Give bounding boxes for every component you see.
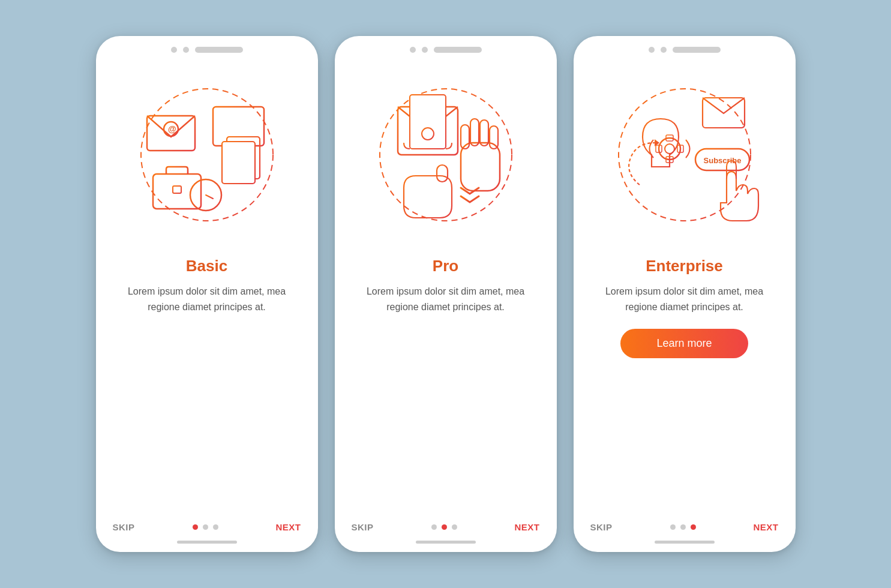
- basic-title: Basic: [186, 257, 227, 275]
- svg-line-24: [206, 195, 213, 199]
- basic-content: Basic Lorem ipsum dolor sit dim amet, me…: [96, 257, 318, 522]
- enterprise-title: Enterprise: [646, 257, 723, 275]
- phone-top-bar-pro: [335, 36, 557, 53]
- dot-2: [203, 524, 208, 530]
- basic-home-bar: [177, 541, 237, 544]
- phone-circle-4: [422, 47, 428, 53]
- dot-1: [431, 524, 437, 530]
- pro-content: Pro Lorem ipsum dolor sit dim amet, mea …: [335, 257, 557, 522]
- basic-next[interactable]: NEXT: [275, 522, 301, 532]
- dot-2-active: [442, 524, 447, 530]
- phone-top-bar-basic: [96, 36, 318, 53]
- basic-nav: SKIP NEXT: [96, 522, 318, 532]
- svg-rect-4: [213, 107, 264, 146]
- phone-pill-3: [673, 47, 721, 53]
- svg-rect-19: [153, 174, 201, 209]
- dot-3: [213, 524, 218, 530]
- basic-dots: [193, 524, 218, 530]
- pro-home-bar: [416, 541, 476, 544]
- svg-text:@: @: [168, 124, 176, 134]
- basic-description: Lorem ipsum dolor sit dim amet, mea regi…: [114, 284, 300, 314]
- pro-title: Pro: [433, 257, 458, 275]
- pro-description: Lorem ipsum dolor sit dim amet, mea regi…: [353, 284, 539, 314]
- enterprise-description: Lorem ipsum dolor sit dim amet, mea regi…: [592, 284, 778, 314]
- svg-rect-32: [461, 143, 500, 191]
- enterprise-next[interactable]: NEXT: [753, 522, 778, 532]
- svg-rect-36: [490, 126, 498, 149]
- pro-dots: [431, 524, 457, 530]
- phone-pill: [195, 47, 243, 53]
- dot-1-active: [193, 524, 198, 530]
- phone-circle-1: [171, 47, 177, 53]
- enterprise-nav: SKIP NEXT: [574, 522, 796, 532]
- svg-rect-27: [410, 95, 446, 149]
- dot-3-active: [691, 524, 696, 530]
- basic-skip[interactable]: SKIP: [113, 522, 135, 532]
- svg-rect-37: [437, 165, 448, 182]
- enterprise-home-bar: [655, 541, 715, 544]
- phone-pro: Pro Lorem ipsum dolor sit dim amet, mea …: [335, 36, 557, 552]
- phone-circle-2: [183, 47, 189, 53]
- phone-top-bar-enterprise: [574, 36, 796, 53]
- phones-container: @: [96, 36, 796, 552]
- pro-icon-svg: [368, 77, 524, 233]
- phone-basic: @: [96, 36, 318, 552]
- svg-rect-35: [480, 120, 488, 146]
- enterprise-illustration: Subscribe: [574, 53, 796, 257]
- basic-illustration: @: [96, 53, 318, 257]
- phone-circle-6: [661, 47, 667, 53]
- phone-circle-3: [410, 47, 416, 53]
- basic-icon-svg: @: [129, 77, 285, 233]
- enterprise-icon-svg: Subscribe: [607, 77, 763, 233]
- svg-point-46: [665, 144, 674, 154]
- pro-nav: SKIP NEXT: [335, 522, 557, 532]
- enterprise-skip[interactable]: SKIP: [590, 522, 613, 532]
- dot-3: [452, 524, 457, 530]
- enterprise-content: Enterprise Lorem ipsum dolor sit dim ame…: [574, 257, 796, 522]
- dot-2: [680, 524, 686, 530]
- pro-skip[interactable]: SKIP: [352, 522, 374, 532]
- dot-1: [670, 524, 676, 530]
- learn-more-button[interactable]: Learn more: [620, 329, 748, 358]
- svg-rect-34: [470, 119, 479, 146]
- phone-enterprise: Subscribe Enterprise Lorem ipsum dolor s…: [574, 36, 796, 552]
- phone-circle-5: [649, 47, 655, 53]
- phone-pill-2: [434, 47, 482, 53]
- enterprise-dots: [670, 524, 696, 530]
- svg-rect-14: [222, 142, 255, 184]
- pro-illustration: [335, 53, 557, 257]
- pro-next[interactable]: NEXT: [514, 522, 539, 532]
